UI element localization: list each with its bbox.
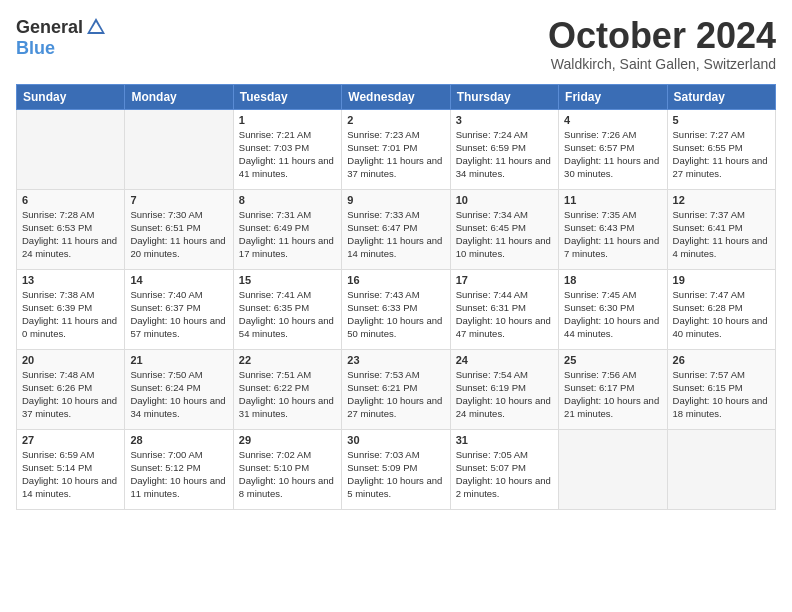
- day-info: Sunrise: 7:35 AM Sunset: 6:43 PM Dayligh…: [564, 208, 661, 261]
- day-info: Sunrise: 7:41 AM Sunset: 6:35 PM Dayligh…: [239, 288, 336, 341]
- day-number: 15: [239, 274, 336, 286]
- column-header-wednesday: Wednesday: [342, 84, 450, 109]
- day-number: 25: [564, 354, 661, 366]
- day-info: Sunrise: 7:43 AM Sunset: 6:33 PM Dayligh…: [347, 288, 444, 341]
- calendar-header-row: SundayMondayTuesdayWednesdayThursdayFrid…: [17, 84, 776, 109]
- day-number: 11: [564, 194, 661, 206]
- day-number: 14: [130, 274, 227, 286]
- calendar-cell: 22Sunrise: 7:51 AM Sunset: 6:22 PM Dayli…: [233, 349, 341, 429]
- calendar-cell: 12Sunrise: 7:37 AM Sunset: 6:41 PM Dayli…: [667, 189, 775, 269]
- calendar-cell: [125, 109, 233, 189]
- day-info: Sunrise: 7:40 AM Sunset: 6:37 PM Dayligh…: [130, 288, 227, 341]
- logo-general: General: [16, 17, 83, 38]
- day-number: 1: [239, 114, 336, 126]
- calendar-week-2: 6Sunrise: 7:28 AM Sunset: 6:53 PM Daylig…: [17, 189, 776, 269]
- day-info: Sunrise: 7:21 AM Sunset: 7:03 PM Dayligh…: [239, 128, 336, 181]
- day-info: Sunrise: 7:24 AM Sunset: 6:59 PM Dayligh…: [456, 128, 553, 181]
- calendar-cell: 11Sunrise: 7:35 AM Sunset: 6:43 PM Dayli…: [559, 189, 667, 269]
- calendar-cell: 10Sunrise: 7:34 AM Sunset: 6:45 PM Dayli…: [450, 189, 558, 269]
- calendar-table: SundayMondayTuesdayWednesdayThursdayFrid…: [16, 84, 776, 510]
- day-number: 4: [564, 114, 661, 126]
- day-number: 18: [564, 274, 661, 286]
- day-number: 7: [130, 194, 227, 206]
- calendar-cell: 27Sunrise: 6:59 AM Sunset: 5:14 PM Dayli…: [17, 429, 125, 509]
- day-number: 20: [22, 354, 119, 366]
- calendar-cell: 28Sunrise: 7:00 AM Sunset: 5:12 PM Dayli…: [125, 429, 233, 509]
- logo: General Blue: [16, 16, 107, 59]
- day-info: Sunrise: 7:31 AM Sunset: 6:49 PM Dayligh…: [239, 208, 336, 261]
- title-area: October 2024 Waldkirch, Saint Gallen, Sw…: [548, 16, 776, 72]
- day-number: 10: [456, 194, 553, 206]
- day-number: 29: [239, 434, 336, 446]
- calendar-cell: 20Sunrise: 7:48 AM Sunset: 6:26 PM Dayli…: [17, 349, 125, 429]
- day-info: Sunrise: 7:54 AM Sunset: 6:19 PM Dayligh…: [456, 368, 553, 421]
- day-info: Sunrise: 7:34 AM Sunset: 6:45 PM Dayligh…: [456, 208, 553, 261]
- calendar-cell: 6Sunrise: 7:28 AM Sunset: 6:53 PM Daylig…: [17, 189, 125, 269]
- calendar-cell: 18Sunrise: 7:45 AM Sunset: 6:30 PM Dayli…: [559, 269, 667, 349]
- day-number: 21: [130, 354, 227, 366]
- day-info: Sunrise: 7:37 AM Sunset: 6:41 PM Dayligh…: [673, 208, 770, 261]
- day-number: 24: [456, 354, 553, 366]
- calendar-cell: 16Sunrise: 7:43 AM Sunset: 6:33 PM Dayli…: [342, 269, 450, 349]
- calendar-cell: 3Sunrise: 7:24 AM Sunset: 6:59 PM Daylig…: [450, 109, 558, 189]
- day-info: Sunrise: 7:28 AM Sunset: 6:53 PM Dayligh…: [22, 208, 119, 261]
- calendar-cell: 15Sunrise: 7:41 AM Sunset: 6:35 PM Dayli…: [233, 269, 341, 349]
- day-number: 23: [347, 354, 444, 366]
- column-header-thursday: Thursday: [450, 84, 558, 109]
- calendar-week-3: 13Sunrise: 7:38 AM Sunset: 6:39 PM Dayli…: [17, 269, 776, 349]
- day-info: Sunrise: 7:27 AM Sunset: 6:55 PM Dayligh…: [673, 128, 770, 181]
- column-header-saturday: Saturday: [667, 84, 775, 109]
- calendar-cell: [667, 429, 775, 509]
- calendar-cell: 19Sunrise: 7:47 AM Sunset: 6:28 PM Dayli…: [667, 269, 775, 349]
- day-number: 12: [673, 194, 770, 206]
- day-info: Sunrise: 7:57 AM Sunset: 6:15 PM Dayligh…: [673, 368, 770, 421]
- calendar-cell: [17, 109, 125, 189]
- day-info: Sunrise: 7:02 AM Sunset: 5:10 PM Dayligh…: [239, 448, 336, 501]
- calendar-cell: 31Sunrise: 7:05 AM Sunset: 5:07 PM Dayli…: [450, 429, 558, 509]
- calendar-cell: 9Sunrise: 7:33 AM Sunset: 6:47 PM Daylig…: [342, 189, 450, 269]
- day-number: 30: [347, 434, 444, 446]
- day-number: 9: [347, 194, 444, 206]
- day-number: 31: [456, 434, 553, 446]
- calendar-cell: 8Sunrise: 7:31 AM Sunset: 6:49 PM Daylig…: [233, 189, 341, 269]
- calendar-week-1: 1Sunrise: 7:21 AM Sunset: 7:03 PM Daylig…: [17, 109, 776, 189]
- day-number: 17: [456, 274, 553, 286]
- day-info: Sunrise: 7:51 AM Sunset: 6:22 PM Dayligh…: [239, 368, 336, 421]
- day-number: 28: [130, 434, 227, 446]
- day-number: 5: [673, 114, 770, 126]
- column-header-monday: Monday: [125, 84, 233, 109]
- column-header-tuesday: Tuesday: [233, 84, 341, 109]
- calendar-cell: 5Sunrise: 7:27 AM Sunset: 6:55 PM Daylig…: [667, 109, 775, 189]
- day-number: 13: [22, 274, 119, 286]
- day-number: 22: [239, 354, 336, 366]
- day-info: Sunrise: 7:45 AM Sunset: 6:30 PM Dayligh…: [564, 288, 661, 341]
- day-number: 8: [239, 194, 336, 206]
- calendar-cell: 30Sunrise: 7:03 AM Sunset: 5:09 PM Dayli…: [342, 429, 450, 509]
- day-info: Sunrise: 7:03 AM Sunset: 5:09 PM Dayligh…: [347, 448, 444, 501]
- calendar-cell: 29Sunrise: 7:02 AM Sunset: 5:10 PM Dayli…: [233, 429, 341, 509]
- day-number: 27: [22, 434, 119, 446]
- calendar-week-4: 20Sunrise: 7:48 AM Sunset: 6:26 PM Dayli…: [17, 349, 776, 429]
- day-info: Sunrise: 7:47 AM Sunset: 6:28 PM Dayligh…: [673, 288, 770, 341]
- day-info: Sunrise: 7:26 AM Sunset: 6:57 PM Dayligh…: [564, 128, 661, 181]
- calendar-cell: [559, 429, 667, 509]
- day-number: 16: [347, 274, 444, 286]
- day-number: 3: [456, 114, 553, 126]
- location-subtitle: Waldkirch, Saint Gallen, Switzerland: [548, 56, 776, 72]
- day-info: Sunrise: 7:23 AM Sunset: 7:01 PM Dayligh…: [347, 128, 444, 181]
- day-info: Sunrise: 7:05 AM Sunset: 5:07 PM Dayligh…: [456, 448, 553, 501]
- calendar-cell: 25Sunrise: 7:56 AM Sunset: 6:17 PM Dayli…: [559, 349, 667, 429]
- day-number: 6: [22, 194, 119, 206]
- logo-blue: Blue: [16, 38, 55, 59]
- day-info: Sunrise: 7:33 AM Sunset: 6:47 PM Dayligh…: [347, 208, 444, 261]
- day-info: Sunrise: 7:38 AM Sunset: 6:39 PM Dayligh…: [22, 288, 119, 341]
- calendar-cell: 1Sunrise: 7:21 AM Sunset: 7:03 PM Daylig…: [233, 109, 341, 189]
- calendar-cell: 4Sunrise: 7:26 AM Sunset: 6:57 PM Daylig…: [559, 109, 667, 189]
- calendar-cell: 26Sunrise: 7:57 AM Sunset: 6:15 PM Dayli…: [667, 349, 775, 429]
- day-number: 19: [673, 274, 770, 286]
- page-header: General Blue October 2024 Waldkirch, Sai…: [16, 16, 776, 72]
- day-info: Sunrise: 7:53 AM Sunset: 6:21 PM Dayligh…: [347, 368, 444, 421]
- calendar-cell: 13Sunrise: 7:38 AM Sunset: 6:39 PM Dayli…: [17, 269, 125, 349]
- day-number: 2: [347, 114, 444, 126]
- calendar-cell: 7Sunrise: 7:30 AM Sunset: 6:51 PM Daylig…: [125, 189, 233, 269]
